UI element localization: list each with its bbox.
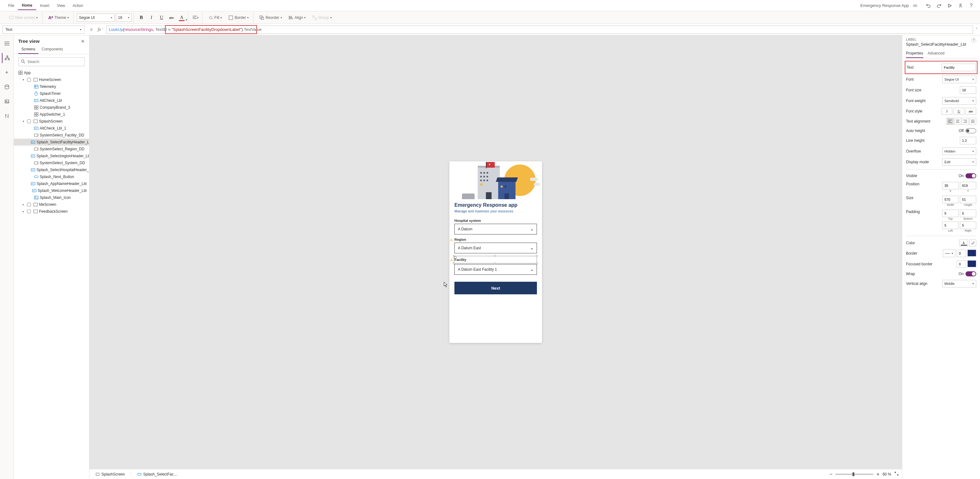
group-button[interactable]: Group▾ xyxy=(310,14,334,21)
hospital-dropdown[interactable]: A Datum⌄ xyxy=(454,224,537,235)
environment-icon[interactable] xyxy=(911,1,920,10)
tree-item-MeScreen[interactable]: ▸MeScreen xyxy=(14,201,89,208)
menu-file[interactable]: File xyxy=(5,2,18,10)
undo-icon[interactable] xyxy=(924,1,933,10)
prop-lineheight-input[interactable] xyxy=(960,137,976,144)
play-icon[interactable] xyxy=(945,1,954,10)
prop-font-select[interactable]: Segoe UI▾ xyxy=(942,76,976,83)
tab-components[interactable]: Components xyxy=(38,45,66,54)
wrap-toggle[interactable] xyxy=(966,271,976,276)
tree-item-Splash_SelectHospitalHeader_Lbl[interactable]: Splash_SelectHospitalHeader_Lbl xyxy=(14,166,89,173)
help-icon[interactable]: ? xyxy=(967,1,975,10)
tree-item-HomeScreen[interactable]: ▾HomeScreen xyxy=(14,76,89,83)
tree-item-FeedbackScreen[interactable]: ▸FeedbackScreen xyxy=(14,208,89,215)
tab-advanced[interactable]: Advanced xyxy=(928,49,944,58)
menu-insert[interactable]: Insert xyxy=(36,2,53,10)
tree-root-app[interactable]: App xyxy=(14,69,89,76)
tree-item-AppSwitcher_1[interactable]: AppSwitcher_1 xyxy=(14,111,89,118)
breadcrumb-element[interactable]: Splash_SelectFac… xyxy=(134,472,181,476)
hamburger-icon[interactable] xyxy=(2,38,12,48)
prop-padtop-input[interactable] xyxy=(942,209,959,217)
prop-displaymode-select[interactable]: Edit▾ xyxy=(942,158,976,166)
tree-item-SplashScreen[interactable]: ▾SplashScreen xyxy=(14,118,89,125)
expand-formula-icon[interactable]: ˅ xyxy=(975,27,977,32)
tree-item-SystemSelect_Facility_DD[interactable]: SystemSelect_Facility_DD xyxy=(14,132,89,139)
strikethrough-button[interactable]: abc xyxy=(167,13,176,22)
facility-label[interactable]: ⚠ Facility xyxy=(454,257,537,263)
reorder-button[interactable]: Reorder▾ xyxy=(257,14,284,21)
prop-height-input[interactable] xyxy=(960,196,976,203)
focusedborder-color-swatch[interactable] xyxy=(967,260,976,267)
tab-properties[interactable]: Properties xyxy=(906,49,923,58)
tree-item-SystemSelect_System_DD[interactable]: SystemSelect_System_DD xyxy=(14,160,89,166)
tree-item-AltCheck_Lbl_1[interactable]: AltCheck_Lbl_1 xyxy=(14,125,89,132)
formula-input[interactable]: LookUp(resourceStrings, TextID = "Splash… xyxy=(106,26,973,34)
prop-padleft-input[interactable] xyxy=(942,222,959,229)
tree-item-Splash_Next_Button[interactable]: Splash_Next_Button xyxy=(14,173,89,180)
border-width-input[interactable] xyxy=(957,249,966,257)
tab-screens[interactable]: Screens xyxy=(18,45,38,54)
strike-toggle[interactable]: abc xyxy=(966,108,976,115)
next-button[interactable]: Next xyxy=(454,282,537,294)
underline-button[interactable]: U xyxy=(157,13,166,22)
theme-button[interactable]: Aᵃ Theme ▾ xyxy=(46,14,71,21)
menu-home[interactable]: Home xyxy=(18,1,36,10)
tree-item-Splash_WelcomeHeader_Lbl[interactable]: Splash_WelcomeHeader_Lbl xyxy=(14,187,89,194)
font-size-select[interactable]: 18▾ xyxy=(116,14,132,22)
prop-overflow-select[interactable]: Hidden▾ xyxy=(942,147,976,155)
share-icon[interactable] xyxy=(956,1,965,10)
facility-dropdown[interactable]: A Datum East Facility 1⌄ xyxy=(454,264,537,275)
breadcrumb-screen[interactable]: SplashScreen xyxy=(92,472,128,476)
search-input[interactable] xyxy=(18,57,85,66)
zoom-out-button[interactable]: − xyxy=(829,471,832,477)
autoheight-toggle[interactable] xyxy=(966,128,976,133)
prop-fontweight-select[interactable]: Semibold▾ xyxy=(942,97,976,105)
align-left-button[interactable] xyxy=(947,118,953,125)
app-canvas[interactable]: ♥ Emergency Response app Manage and maxi… xyxy=(449,161,542,343)
control-name[interactable]: Splash_SelectFacilityHeader_Lbl xyxy=(906,41,976,49)
fit-to-screen-icon[interactable] xyxy=(894,471,899,477)
insert-icon[interactable]: + xyxy=(2,67,12,78)
zoom-in-button[interactable]: + xyxy=(877,471,879,477)
advanced-tools-icon[interactable] xyxy=(2,111,12,121)
prop-width-input[interactable] xyxy=(942,196,959,203)
tree-item-SystemSelect_Region_DD[interactable]: SystemSelect_Region_DD xyxy=(14,145,89,153)
fill-button[interactable]: Fill▾ xyxy=(206,14,224,21)
prop-text-input[interactable] xyxy=(942,64,975,71)
fx-icon[interactable]: fx ˅ xyxy=(95,27,106,32)
tree-item-SplashTimer[interactable]: SplashTimer xyxy=(14,90,89,97)
tree-view-icon[interactable] xyxy=(2,53,12,63)
tree-item-Splash_AppNameHeader_Lbl[interactable]: Splash_AppNameHeader_Lbl xyxy=(14,180,89,187)
tree-item-CompanyBrand_3[interactable]: CompanyBrand_3 xyxy=(14,104,89,111)
border-style-select[interactable]: ▾ xyxy=(943,249,955,257)
new-screen-button[interactable]: New screen ▾ xyxy=(6,14,40,21)
media-icon[interactable] xyxy=(2,96,12,107)
font-color-button[interactable]: A▾ xyxy=(177,13,186,22)
help-icon[interactable]: ? xyxy=(971,38,976,43)
region-dropdown[interactable]: A Datum East⌄ xyxy=(454,243,537,253)
prop-padright-input[interactable] xyxy=(960,222,976,229)
redo-icon[interactable] xyxy=(935,1,943,10)
prop-valign-select[interactable]: Middle▾ xyxy=(942,280,976,287)
tree-item-Splash_SelectregionHeader_Lbl[interactable]: Splash_SelectregionHeader_Lbl xyxy=(14,153,89,160)
tree-item-AltCheck_Lbl[interactable]: AltCheck_Lbl xyxy=(14,97,89,104)
property-dropdown[interactable]: Text▾ xyxy=(3,26,84,34)
menu-action[interactable]: Action xyxy=(69,2,87,10)
italic-toggle[interactable]: I xyxy=(942,108,952,115)
italic-button[interactable]: I xyxy=(147,13,156,22)
color-picker-button[interactable] xyxy=(969,240,976,246)
menu-view[interactable]: View xyxy=(53,2,69,10)
align-justify-button[interactable] xyxy=(969,118,976,125)
tree-item-Telemetry[interactable]: Telemetry xyxy=(14,83,89,90)
font-color-indicator[interactable]: A xyxy=(959,240,968,246)
zoom-slider[interactable] xyxy=(835,474,873,475)
prop-y-input[interactable] xyxy=(960,182,976,189)
close-icon[interactable]: ✕ xyxy=(81,39,85,44)
prop-padbot-input[interactable] xyxy=(960,209,976,217)
focusedborder-width-input[interactable] xyxy=(957,260,966,268)
prop-fontsize-input[interactable] xyxy=(960,86,976,94)
prop-x-input[interactable] xyxy=(942,182,959,189)
align-center-button[interactable] xyxy=(954,118,961,125)
border-color-swatch[interactable] xyxy=(967,249,976,257)
font-family-select[interactable]: Segoe UI▾ xyxy=(77,14,115,22)
